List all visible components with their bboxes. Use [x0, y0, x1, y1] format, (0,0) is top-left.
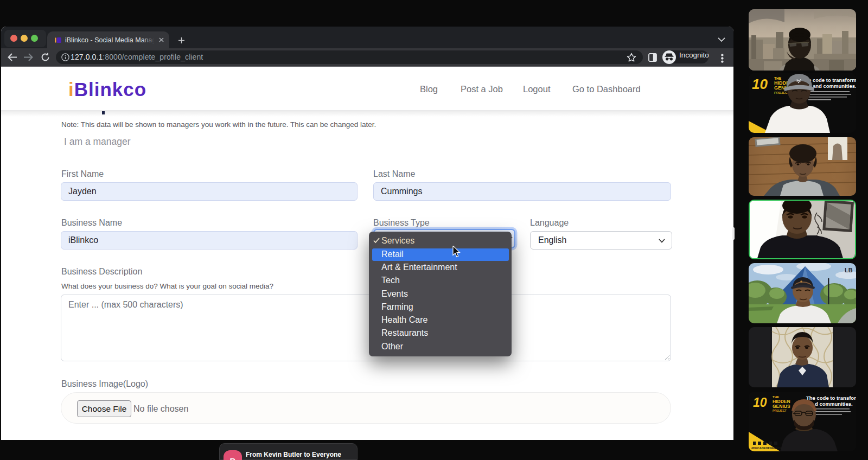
- svg-text:PROJECT: PROJECT: [773, 409, 787, 412]
- svg-text:e code to transform: e code to transform: [808, 77, 856, 83]
- svg-text:s and communities.: s and communities.: [808, 83, 856, 89]
- svg-text:d communities.: d communities.: [815, 401, 853, 407]
- svg-text:LB: LB: [845, 267, 853, 273]
- svg-text:GENIUS: GENIUS: [773, 404, 790, 409]
- svg-text:THE: THE: [774, 76, 782, 80]
- svg-text:10: 10: [752, 76, 768, 92]
- svg-text:#DECADEOFGENIUS: #DECADEOFGENIUS: [751, 446, 781, 450]
- svg-text:PROJECT: PROJECT: [774, 91, 790, 94]
- svg-text:10: 10: [753, 395, 767, 410]
- svg-text:The code to transform: The code to transform: [806, 395, 856, 401]
